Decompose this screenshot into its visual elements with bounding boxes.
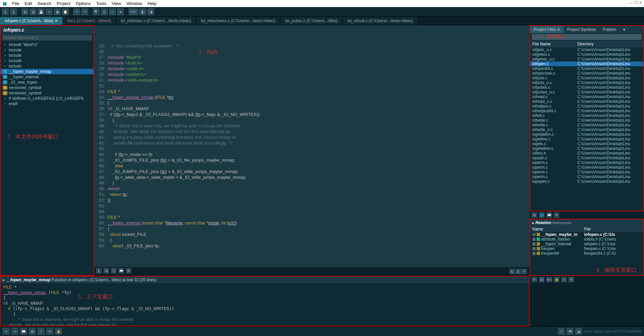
status-icon[interactable]: ▤ [29,328,36,335]
relation-row[interactable]: ⊞freopenfreopen.c (C:\Use [530,246,643,251]
code-line[interactable]: 53: [94,203,530,209]
status-icon[interactable]: ℛ [38,328,44,335]
mini-icon[interactable]: ⟳ [532,277,537,282]
close-icon[interactable]: ✕ [55,18,58,23]
project-file-row[interactable]: iofwide.cC:\Users\Anson\Desktop\Linu [530,118,643,123]
mini-icon[interactable]: 🌐 [539,212,544,218]
bookmark-icon[interactable]: ★ [117,8,124,15]
code-line[interactable]: 57:{ [94,226,530,232]
project-file-row[interactable]: iofread_u.cC:\Users\Anson\Desktop\Linu [530,99,643,104]
editor-tab[interactable]: iofopen.c (C:\Users\...\libio) ✕ [0,17,63,25]
project-file-row[interactable]: ioperm.cC:\Users\Anson\Desktop\Linu [530,174,643,179]
code-line[interactable]: 56:__fopen_internal (const char *filenam… [94,220,530,226]
project-file-row[interactable]: ioperm.cC:\Users\Anson\Desktop\Linu [530,160,643,165]
project-file-row[interactable]: iogetline.cC:\Users\Anson\Desktop\Linu [530,137,643,141]
copy-icon[interactable]: ▣ [54,8,61,15]
code-line[interactable]: 30:#include <stddef.h> [94,72,530,77]
code-line[interactable]: 59: { [94,237,530,243]
toolbar-button[interactable]: ❯ [10,8,17,15]
nav-back-icon[interactable]: ⬅ [3,328,9,335]
mini-icon[interactable]: 📖 [546,212,552,218]
nav-fwd-icon[interactable]: ➡ [11,328,18,335]
undo-icon[interactable]: ↶ [73,8,80,15]
code-line[interactable]: 48: fp->_wide_data->_wide_vtable = &_IO_… [94,174,530,180]
code-line[interactable]: 28:#include <fcntl.h> [94,60,530,66]
project-file-row[interactable]: iofwrite_u.cC:\Users\Anson\Desktop\Linu [530,127,643,132]
project-file-row[interactable]: iofgetws_u.cC:\Users\Anson\Desktop\Linu [530,57,643,61]
symbol-item[interactable]: f__fopen_internal [1,74,94,80]
mini-icon[interactable]: {} [111,268,116,274]
code-line[interactable]: 40: directly. We delay the decision unti… [94,129,530,134]
symbol-item[interactable]: #include [1,58,94,64]
project-file-row[interactable]: iofopncook.cC:\Users\Anson\Desktop\Linu [530,71,643,76]
code-line[interactable]: 39: /* Since this is read-only, we might… [94,123,530,129]
menu-options[interactable]: Options [76,1,91,6]
expand-icon[interactable]: ⊟ [532,232,536,237]
mini-icon[interactable]: ▤ [539,277,544,282]
relation-row[interactable]: ⊞__fopen_internaliofopen.c (C:\Use [530,242,643,246]
toolbar-button[interactable]: ❮ [2,8,9,15]
code-line[interactable]: 58: struct locked_FILE [94,232,530,237]
code-editor[interactable]: 2、代码 25: in files containing the excepti… [94,25,530,267]
code-line[interactable]: 60: struct _IO_FILE_plus fp; [94,243,530,249]
code-line[interactable]: 47: _IO_JUMPS_FILE_plus (fp) = &_IO_wfil… [94,169,530,174]
code-line[interactable]: 37: if ((fp->_flags2 & _IO_FLAGS2_MMAP) … [94,112,530,117]
code-line[interactable]: 42: vanilla file operations and reset th… [94,140,530,146]
col-name[interactable]: Name [530,227,584,232]
tag-icon[interactable]: ◧ [139,8,146,15]
project-file-row[interactable]: iopadn.cC:\Users\Anson\Desktop\Linu [530,156,643,160]
editor-tab[interactable]: tst_mbsrtowcs.c (C:\Users\...\tests-mbwc… [196,17,280,25]
code-line[interactable]: 29:#include <stdlib.h> [94,66,530,72]
code-line[interactable]: 41: giving it a jump table containing fu… [94,134,530,140]
mini-icon[interactable]: ℛ [561,277,567,282]
symbol-item[interactable]: f__fopen_maybe_mmap [1,69,94,74]
code-line[interactable]: 52:}| [94,197,530,203]
menu-search[interactable]: Search [37,1,51,6]
project-file-row[interactable]: iogets.cC:\Users\Anson\Desktop\Linu [530,141,643,146]
symbol-item[interactable]: #endif [1,101,94,107]
relation-row[interactable]: ⊞freopen64freopen64.c (C:\U [530,251,643,256]
code-line[interactable]: 36:#if _G_HAVE_MMAP [94,106,530,112]
close-tab-icon[interactable]: ✕ [522,269,527,274]
code-line[interactable]: 45: _IO_JUMPS_FILE_plus (fp) = &_IO_file… [94,157,530,163]
code-line[interactable]: 35:{ [94,100,530,106]
mini-icon[interactable]: ▤ [532,212,537,218]
mini-icon[interactable]: ⚙ [554,212,559,218]
mini-icon[interactable]: abc [546,277,552,282]
status-icon[interactable]: ⬓ [575,328,582,335]
code-line[interactable]: 46: else [94,163,530,169]
project-file-row[interactable]: ioperm.cC:\Users\Anson\Desktop\Linu [530,170,643,174]
code-line[interactable]: 27:#include "libioP.h" [94,54,530,60]
status-icon[interactable]: ⬒ [567,328,573,335]
symbol-item[interactable]: #include [1,53,94,58]
refresh-icon[interactable]: ⟳ [109,8,116,15]
code-line[interactable]: 26: [94,49,530,54]
code-line[interactable]: 33:FILE * [94,89,530,94]
lock-icon[interactable]: 🔒 [55,328,62,335]
new-icon[interactable]: ▤ [22,8,28,15]
symbol-item[interactable]: f_IO_new_fopen [1,80,94,85]
col-filename[interactable]: File Name [530,42,577,46]
project-file-row[interactable]: iofsetpos.cC:\Users\Anson\Desktop\Linu [530,104,643,109]
project-file-row[interactable]: iofread.cC:\Users\Anson\Desktop\Linu [530,94,643,99]
search-icon[interactable]: 🔍 [93,8,100,15]
project-filter-input[interactable]: 3、项目窗口 [532,34,642,40]
refs-icon[interactable]: {} [101,8,108,15]
code-line[interactable]: 54: [94,209,530,214]
paste-icon[interactable]: 📋 [62,8,69,15]
status-icon[interactable]: ⟳ [46,328,53,335]
mini-icon[interactable]: 📖 [118,268,124,274]
project-file-row[interactable]: iofwrite.cC:\Users\Anson\Desktop\Linu [530,123,643,127]
close-icon[interactable]: ✕ [639,1,642,5]
code-line[interactable]: 31:#include <shlib-compat.h> [94,77,530,83]
project-file-row[interactable]: iolibio.hC:\Users\Anson\Desktop\Linu [530,151,643,156]
symbol-item[interactable]: vversioned_symbol [1,90,94,96]
cut-icon[interactable]: ✂ [46,8,52,15]
code-line[interactable]: 38: { [94,117,530,123]
project-file-row[interactable]: iofputs.cC:\Users\Anson\Desktop\Linu [530,76,643,80]
project-tab-more[interactable]: ▾ [620,26,629,33]
project-file-row[interactable]: iogetdelim.cC:\Users\Anson\Desktop\Linu [530,132,643,137]
editor-tab[interactable]: tst_strcoll.c (C:\Users\...\tests-mbwc) [343,17,418,25]
symbol-item[interactable]: vversioned_symbol [1,85,94,90]
code-line[interactable]: 49: } [94,180,530,186]
